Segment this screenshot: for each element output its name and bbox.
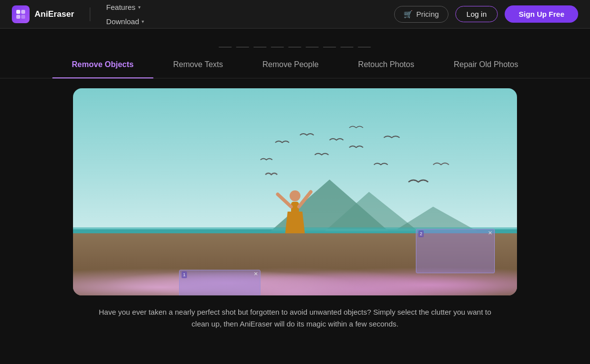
- logo[interactable]: AniEraser: [12, 5, 74, 23]
- selection-box-2-close[interactable]: ✕: [488, 230, 492, 236]
- nav-download[interactable]: Download ▾: [104, 14, 146, 29]
- selection-box-2[interactable]: 2 ✕: [416, 229, 495, 273]
- header-divider: [90, 7, 90, 21]
- description-text: Have you ever taken a nearly perfect sho…: [93, 306, 497, 330]
- svg-rect-0: [16, 10, 20, 14]
- tab-remove-objects[interactable]: Remove Objects: [52, 56, 153, 73]
- svg-rect-2: [16, 15, 20, 19]
- header-right: 🛒 Pricing Log in Sign Up Free: [394, 5, 578, 23]
- tab-remove-texts[interactable]: Remove Texts: [153, 56, 243, 73]
- tab-retouch-photos[interactable]: Retouch Photos: [338, 56, 434, 73]
- sky-bg: [73, 88, 517, 229]
- svg-rect-3: [21, 15, 25, 19]
- chevron-down-icon: ▾: [138, 4, 141, 10]
- selection-box-1-close[interactable]: ✕: [254, 271, 258, 277]
- login-button[interactable]: Log in: [455, 6, 498, 22]
- tab-remove-people[interactable]: Remove People: [243, 56, 338, 73]
- scene: 1 ✕ 2 ✕: [73, 88, 517, 295]
- logo-label: AniEraser: [35, 9, 74, 19]
- main-content: 1 ✕ 2 ✕ Have you ever taken a nearly per…: [0, 78, 590, 330]
- chevron-down-icon: ▾: [142, 19, 144, 24]
- selection-box-2-num: 2: [418, 230, 424, 237]
- selection-box-1-num: 1: [182, 271, 187, 278]
- main-nav: Features ▾ Download ▾: [104, 0, 160, 29]
- tab-repair-old-photos[interactable]: Repair Old Photos: [434, 56, 538, 73]
- section-title: — — — — — — — — —: [0, 29, 590, 47]
- logo-icon: [12, 5, 30, 23]
- selection-box-1[interactable]: 1 ✕: [179, 270, 260, 295]
- demo-image: 1 ✕ 2 ✕: [73, 88, 517, 295]
- svg-rect-1: [21, 10, 25, 14]
- nav-features[interactable]: Features ▾: [104, 0, 146, 14]
- pricing-button[interactable]: 🛒 Pricing: [394, 6, 448, 23]
- signup-button[interactable]: Sign Up Free: [505, 5, 578, 23]
- cart-icon: 🛒: [404, 10, 413, 19]
- tabs-row: Remove Objects Remove Texts Remove Peopl…: [0, 47, 590, 78]
- header: AniEraser Features ▾ Download ▾ 🛒 Pricin…: [0, 0, 590, 29]
